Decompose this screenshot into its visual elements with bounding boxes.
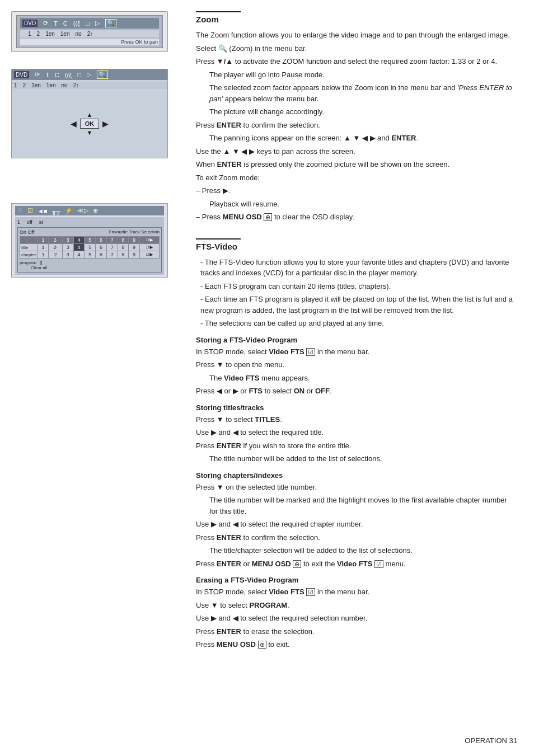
row-1: 1 bbox=[28, 31, 31, 37]
pan-right-arrow-icon: ▶ bbox=[102, 119, 109, 128]
pan-row-2: 2 bbox=[23, 82, 26, 88]
row-2: 2 bbox=[37, 31, 40, 37]
erasing-content: In STOP mode, select Video FTS ☑ in the … bbox=[196, 586, 517, 650]
storing-p2-bold: Video FTS bbox=[224, 374, 259, 382]
fts-title-4: 4 bbox=[73, 244, 85, 251]
zoom-enter-bold: ENTER bbox=[391, 134, 416, 142]
zoom-p7: When ENTER is pressed only the zoomed pi… bbox=[196, 159, 517, 170]
fts-dash4: - bbox=[200, 319, 205, 327]
dvd-pan-screen: DVD ⟳ T C ((ξ □ ▷ 🔍 1 2 1en 1en no 2↑ ◀ bbox=[11, 69, 168, 158]
erasing-p1: In STOP mode, select Video FTS ☑ in the … bbox=[196, 586, 517, 598]
dvd-zoom-screen-1: DVD ⟳ T C ((ξ □ ▷ 🔍 1 2 1en 1en no 2↑ bbox=[11, 11, 168, 52]
pan-row-1en: 1en bbox=[31, 82, 41, 88]
fts-th-2: 2· bbox=[49, 237, 63, 244]
zoom-p3-bold: ▼/▲ bbox=[217, 57, 233, 65]
fts-dash3: - bbox=[200, 295, 205, 303]
fts-panel: On Off Favourite Track Selection 1 2· 3 … bbox=[17, 227, 162, 273]
chapters-content: Press ▼ on the selected title number. Th… bbox=[196, 482, 517, 570]
page-container: DVD ⟳ T C ((ξ □ ▷ 🔍 1 2 1en 1en no 2↑ bbox=[0, 0, 534, 756]
pan-audio: ((ξ bbox=[65, 72, 72, 78]
fts-bullet2: - Each FTS program can contain 20 items … bbox=[200, 281, 517, 292]
storing-p3: Press ◀ or ▶ or FTS to select ON or OFF. bbox=[196, 386, 517, 397]
fts-icon-chapters: ╥╥ bbox=[52, 208, 61, 214]
fts-row-title-label: title bbox=[20, 244, 38, 251]
chapters-title: Storing chapters/indexes bbox=[196, 471, 517, 480]
zoom-p10: – Press MENU OSD ⊕ to clear the OSD disp… bbox=[196, 212, 517, 223]
fts-table: 1 2· 3 4 5 6 7 8 9 10▶ title bbox=[20, 236, 160, 259]
erasing-p4: Press ENTER to erase the selection. bbox=[196, 626, 517, 637]
pan-menubar: DVD ⟳ T C ((ξ □ ▷ 🔍 bbox=[12, 69, 167, 80]
zoom-p7-bold: ENTER bbox=[217, 160, 242, 168]
dvd-icon: DVD bbox=[22, 20, 38, 27]
fts-th-5: 5 bbox=[85, 237, 96, 244]
fts-title-8: 8 bbox=[118, 244, 129, 251]
zoom-osd-icon: ⊕ bbox=[264, 213, 272, 221]
zoom-intro: The Zoom function allows you to enlarge … bbox=[196, 30, 517, 223]
menu-arrow: ▷ bbox=[95, 20, 100, 27]
chapters-p1: Press ▼ on the selected title number. bbox=[196, 482, 517, 493]
titles-p3: Press ENTER if you wish to store the ent… bbox=[196, 440, 517, 452]
chapters-p3-indent: The title/chapter selection will be adde… bbox=[209, 545, 517, 556]
pan-controls: ◀ ▲ OK ▼ ▶ bbox=[71, 111, 109, 136]
fts-track-num: 1 bbox=[17, 219, 20, 225]
fts-body: 1 off st On Off Favourite Track Selectio… bbox=[15, 217, 164, 275]
zoom-section: Zoom The Zoom function allows you to enl… bbox=[196, 11, 517, 223]
fts-icon-slow: ≪▷ bbox=[77, 207, 88, 214]
fts-section: FTS-Video - The FTS-Video function allow… bbox=[196, 238, 517, 650]
row-1en-2: 1en bbox=[60, 31, 70, 37]
zoom-p9-indent: Playback will resume. bbox=[209, 199, 517, 210]
fts-st-label: st bbox=[39, 219, 43, 225]
storing-off-bold: OFF bbox=[315, 387, 330, 395]
fts-clear-all: Clear all bbox=[31, 265, 160, 270]
fts-chapter-6: 6 bbox=[96, 251, 107, 259]
pan-T: T bbox=[45, 72, 49, 78]
pan-zoom-val2: 2↑ bbox=[73, 82, 79, 88]
menu-audio: ((ξ bbox=[73, 20, 80, 27]
erasing-osd-icon: ⊕ bbox=[258, 641, 266, 649]
chapters-osd-icon: ⊕ bbox=[293, 560, 301, 568]
storing-p2-indent: The Video FTS menu appears. bbox=[209, 373, 517, 384]
chapters-p4-bold2: MENU OSD bbox=[252, 560, 291, 568]
fts-off-label: off bbox=[27, 219, 32, 225]
zoom-p9: – Press ▶. bbox=[196, 185, 517, 196]
fts-icon-check: ☑ bbox=[27, 207, 33, 214]
fts-panel-header: On Off Favourite Track Selection bbox=[20, 229, 160, 235]
storing-fts-bold: FTS bbox=[249, 387, 263, 395]
fts-th-3: 3 bbox=[63, 237, 74, 244]
fts-chapter-1: 1 bbox=[38, 251, 49, 259]
pan-row-1en2: 1en bbox=[46, 82, 56, 88]
fts-title-row: title 1 2· 3 4 5 6 7 8 9 10▶ bbox=[20, 244, 160, 251]
spacer bbox=[11, 170, 179, 192]
menu-loop: ⟳ bbox=[43, 20, 48, 27]
storing-icon: ☑ bbox=[306, 348, 315, 356]
fts-chapter-10: 10▶ bbox=[139, 251, 159, 259]
fts-table-header-row: 1 2· 3 4 5 6 7 8 9 10▶ bbox=[20, 237, 160, 244]
fts-th-1: 1 bbox=[38, 237, 49, 244]
pan-C: C bbox=[55, 72, 59, 78]
fts-bullet4-text: The selections can be called up and play… bbox=[205, 319, 384, 327]
erasing-p2-bold: PROGRAM bbox=[249, 601, 287, 609]
row-zoom-val: 2↑ bbox=[87, 31, 93, 37]
menu-C: C bbox=[63, 20, 68, 27]
storing-content: In STOP mode, select Video FTS ☑ in the … bbox=[196, 346, 517, 397]
storing-title: Storing a FTS-Video Program bbox=[196, 336, 517, 344]
fts-title-6: 6 bbox=[96, 244, 107, 251]
titles-content: Press ▼ to select TITLES. Use ▶ and ◀ to… bbox=[196, 414, 517, 464]
pan-arrow-menu: ▷ bbox=[87, 71, 91, 78]
fts-program-val: [] bbox=[40, 260, 42, 265]
fts-title-5: 5 bbox=[85, 244, 96, 251]
pan-left-arrow-icon: ◀ bbox=[71, 119, 77, 128]
chapters-check-icon: ☑ bbox=[374, 560, 383, 568]
fts-bullet1-text: The FTS-Video function allows you to sto… bbox=[200, 258, 509, 278]
fts-chapter-row: chapter 1 2 3 4 5 6 7 8 9 10▶ bbox=[20, 251, 160, 259]
zoom-icon: 🔍 bbox=[218, 44, 227, 53]
fts-video-screen: ♢ ☑ ◄■ ╥╥ ⚡ ≪▷ ⊕ 1 off st On Off Favouri… bbox=[11, 203, 168, 278]
zoom-p5: The panning icons appear on the screen: … bbox=[209, 133, 517, 144]
fts-th-7: 7 bbox=[106, 237, 118, 244]
section-spacer bbox=[196, 227, 517, 238]
storing-p1-bold: Video FTS bbox=[269, 348, 304, 356]
fts-icon-rewind: ◄■ bbox=[38, 208, 48, 214]
titles-title: Storing titles/tracks bbox=[196, 403, 517, 412]
fts-title-10: 10▶ bbox=[139, 244, 159, 251]
zoom-indent2: The selected zoom factor appears below t… bbox=[209, 82, 517, 104]
